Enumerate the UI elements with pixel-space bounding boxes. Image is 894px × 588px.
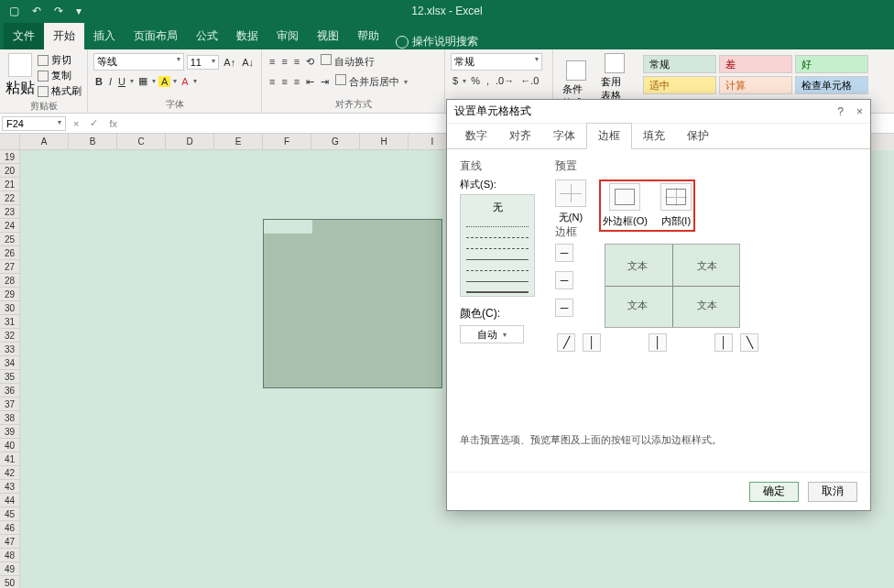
style-good[interactable]: 好 (795, 55, 868, 73)
row-header[interactable]: 43 (0, 480, 20, 494)
copy-button[interactable]: 复制 (38, 69, 82, 82)
tell-me[interactable]: 操作说明搜索 (396, 34, 478, 49)
row-header[interactable]: 36 (0, 384, 20, 397)
border-top-button[interactable]: ─ (555, 244, 573, 262)
line-style-list[interactable]: 无 (460, 194, 535, 297)
row-header[interactable]: 33 (0, 343, 20, 356)
align-left-icon[interactable]: ≡ (267, 75, 277, 88)
currency-icon[interactable]: $ (451, 74, 460, 87)
row-header[interactable]: 29 (0, 288, 20, 301)
row-header[interactable]: 48 (0, 549, 20, 562)
row-header[interactable]: 20 (0, 164, 20, 178)
preset-outline[interactable]: 外边框(O) (603, 183, 648, 228)
fill-color-button[interactable]: A (158, 76, 170, 87)
col-header[interactable]: G (311, 134, 360, 150)
dlg-tab-alignment[interactable]: 对齐 (498, 124, 542, 148)
align-center-icon[interactable]: ≡ (279, 75, 289, 88)
cut-button[interactable]: 剪切 (38, 53, 82, 67)
row-header[interactable]: 40 (0, 439, 20, 452)
tab-formulas[interactable]: 公式 (187, 23, 227, 49)
increase-font-icon[interactable]: A↑ (222, 56, 237, 69)
indent-increase-icon[interactable]: ⇥ (319, 75, 331, 89)
redo-icon[interactable]: ↷ (50, 5, 67, 17)
row-header[interactable]: 47 (0, 535, 20, 549)
cancel-icon[interactable]: × (68, 118, 84, 129)
percent-icon[interactable]: % (469, 74, 482, 87)
style-calc[interactable]: 计算 (719, 76, 792, 94)
row-header[interactable]: 44 (0, 494, 20, 507)
row-headers[interactable]: 1920212223242526272829303132333435363738… (0, 134, 20, 588)
style-check[interactable]: 检查单元格 (795, 76, 868, 94)
preset-inside[interactable]: 内部(I) (660, 183, 692, 228)
align-middle-icon[interactable]: ≡ (279, 55, 289, 68)
fx-icon[interactable]: fx (104, 118, 123, 129)
underline-more-icon[interactable]: ▾ (130, 77, 134, 85)
row-header[interactable]: 28 (0, 274, 20, 288)
col-header[interactable]: H (360, 134, 409, 150)
row-header[interactable]: 19 (0, 150, 20, 164)
italic-button[interactable]: I (107, 75, 114, 88)
row-header[interactable]: 26 (0, 246, 20, 260)
tab-help[interactable]: 帮助 (348, 23, 388, 49)
border-bottom-button[interactable]: ─ (555, 299, 573, 317)
save-icon[interactable]: ▢ (5, 5, 23, 17)
border-vmid-button[interactable]: │ (649, 333, 667, 352)
row-header[interactable]: 34 (0, 356, 20, 370)
row-header[interactable]: 23 (0, 205, 20, 219)
wrap-text-button[interactable]: 自动换行 (319, 53, 376, 70)
row-header[interactable]: 35 (0, 370, 20, 384)
row-header[interactable]: 46 (0, 521, 20, 535)
number-format-select[interactable]: 常规▾ (451, 53, 542, 71)
ok-button[interactable]: 确定 (749, 482, 799, 502)
row-header[interactable]: 41 (0, 452, 20, 466)
dlg-tab-number[interactable]: 数字 (454, 124, 498, 148)
decrease-font-icon[interactable]: A↓ (240, 56, 256, 69)
customize-qat-icon[interactable]: ▾ (72, 5, 85, 17)
row-header[interactable]: 32 (0, 329, 20, 343)
style-bad[interactable]: 差 (719, 55, 792, 73)
row-header[interactable]: 45 (0, 507, 20, 521)
align-right-icon[interactable]: ≡ (292, 75, 301, 88)
row-header[interactable]: 38 (0, 411, 20, 425)
row-header[interactable]: 37 (0, 397, 20, 411)
tab-data[interactable]: 数据 (227, 23, 267, 49)
bold-button[interactable]: B (93, 75, 104, 88)
row-header[interactable]: 42 (0, 466, 20, 480)
row-header[interactable]: 22 (0, 191, 20, 205)
style-normal[interactable]: 常规 (643, 55, 716, 73)
row-header[interactable]: 39 (0, 425, 20, 439)
col-header[interactable]: B (69, 134, 117, 150)
tab-page-layout[interactable]: 页面布局 (125, 23, 187, 49)
merge-center-button[interactable]: 合并后居中 (333, 73, 401, 90)
enter-icon[interactable]: ✓ (84, 117, 104, 129)
border-preview[interactable]: 文本 文本 文本 文本 (605, 244, 740, 328)
row-header[interactable]: 49 (0, 562, 20, 576)
dlg-tab-protection[interactable]: 保护 (676, 124, 720, 148)
tab-view[interactable]: 视图 (308, 23, 348, 49)
row-header[interactable]: 31 (0, 315, 20, 329)
format-painter-button[interactable]: 格式刷 (38, 84, 82, 98)
dlg-tab-fill[interactable]: 填充 (632, 124, 676, 148)
row-header[interactable]: 24 (0, 219, 20, 233)
col-header[interactable]: C (117, 134, 166, 150)
tab-home[interactable]: 开始 (44, 23, 84, 49)
col-header[interactable]: F (263, 134, 311, 150)
dlg-tab-border[interactable]: 边框 (586, 123, 632, 149)
close-icon[interactable]: × (856, 105, 863, 118)
decrease-decimal-icon[interactable]: ←.0 (518, 74, 540, 87)
border-right-button[interactable]: │ (714, 333, 733, 352)
tab-review[interactable]: 审阅 (267, 23, 308, 49)
border-hmid-button[interactable]: ─ (555, 271, 573, 289)
col-header[interactable]: E (214, 134, 263, 150)
orientation-icon[interactable]: ⟲ (304, 55, 316, 69)
align-bottom-icon[interactable]: ≡ (292, 55, 301, 68)
dialog-titlebar[interactable]: 设置单元格格式 ? × (447, 100, 870, 124)
font-color-button[interactable]: A (180, 75, 190, 88)
tab-insert[interactable]: 插入 (84, 23, 125, 49)
border-diag1-button[interactable]: ╱ (557, 333, 575, 352)
increase-decimal-icon[interactable]: .0→ (494, 74, 516, 87)
underline-button[interactable]: U (116, 75, 127, 88)
line-color-select[interactable]: 自动 ▾ (460, 325, 524, 343)
name-box[interactable]: F24▾ (2, 116, 66, 131)
col-header[interactable]: D (166, 134, 214, 150)
